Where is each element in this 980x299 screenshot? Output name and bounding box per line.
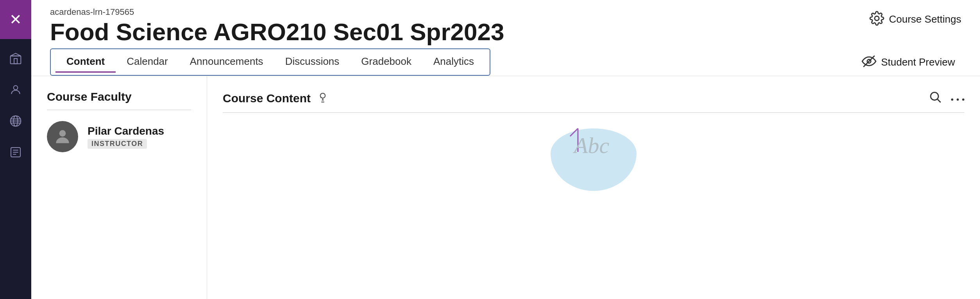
person-icon [9,84,22,96]
student-preview-icon [862,54,876,70]
header: acardenas-lrn-179565 Food Science AGRO21… [31,0,980,76]
svg-point-15 [59,130,66,137]
faculty-item: Pilar Cardenas INSTRUCTOR [47,121,191,152]
tab-discussions[interactable]: Discussions [274,52,351,73]
globe-icon [9,115,22,127]
svg-rect-0 [11,56,21,64]
svg-point-18 [931,93,939,100]
svg-rect-1 [14,59,17,64]
svg-point-20 [951,98,953,101]
close-icon: ✕ [9,12,22,27]
preview-area: Abc [223,113,964,191]
institution-icon [9,52,22,65]
content-title-row: Course Content [223,92,329,105]
avatar [47,121,78,152]
student-preview-button[interactable]: Student Preview [855,51,961,73]
content-icon [9,146,22,158]
faculty-panel: Course Faculty Pilar Cardenas INSTRUCTOR [31,76,207,299]
sidebar-item-profile[interactable] [0,74,31,105]
tab-calendar[interactable]: Calendar [116,52,179,73]
course-settings-button[interactable]: Course Settings [869,11,961,27]
abc-preview: Abc [551,128,637,191]
body-area: Course Faculty Pilar Cardenas INSTRUCTOR [31,76,980,299]
svg-point-22 [962,98,964,101]
tab-gradebook[interactable]: Gradebook [350,52,422,73]
content-panel: Course Content [207,76,980,299]
search-icon[interactable] [928,90,942,106]
main-content: acardenas-lrn-179565 Food Science AGRO21… [31,0,980,299]
tab-content[interactable]: Content [55,52,116,73]
content-panel-title: Course Content [223,92,311,105]
svg-point-13 [874,16,879,20]
student-preview-label: Student Preview [881,56,955,68]
faculty-name: Pilar Cardenas [88,125,164,137]
svg-line-19 [937,100,941,103]
sidebar-item-global[interactable] [0,105,31,137]
lightbulb-icon [317,92,329,105]
faculty-role: INSTRUCTOR [88,139,147,149]
more-options-icon[interactable] [951,92,964,105]
content-header: Course Content [223,90,964,106]
sidebar: ✕ [0,0,31,299]
faculty-info: Pilar Cardenas INSTRUCTOR [88,125,164,149]
svg-point-3 [14,85,18,90]
faculty-section-title: Course Faculty [47,90,191,103]
course-settings-label: Course Settings [889,13,961,25]
gear-icon [869,11,884,27]
sidebar-item-content[interactable] [0,137,31,168]
tabs-row: Content Calendar Announcements Discussio… [50,48,961,76]
content-actions [928,90,964,106]
faculty-divider [47,110,191,110]
close-button[interactable]: ✕ [0,0,31,39]
abc-text: Abc [574,132,609,158]
svg-point-21 [957,98,959,101]
course-id: acardenas-lrn-179565 [50,7,504,17]
sidebar-nav [0,43,31,168]
header-left: acardenas-lrn-179565 Food Science AGRO21… [50,7,504,45]
person-silhouette-icon [53,127,72,146]
sidebar-item-institution[interactable] [0,43,31,74]
tabs-list: Content Calendar Announcements Discussio… [50,48,490,76]
tab-analytics[interactable]: Analytics [422,52,485,73]
header-top: acardenas-lrn-179565 Food Science AGRO21… [50,7,961,45]
tab-announcements[interactable]: Announcements [179,52,274,73]
course-title: Food Science AGRO210 Sec01 Spr2023 [50,19,504,45]
